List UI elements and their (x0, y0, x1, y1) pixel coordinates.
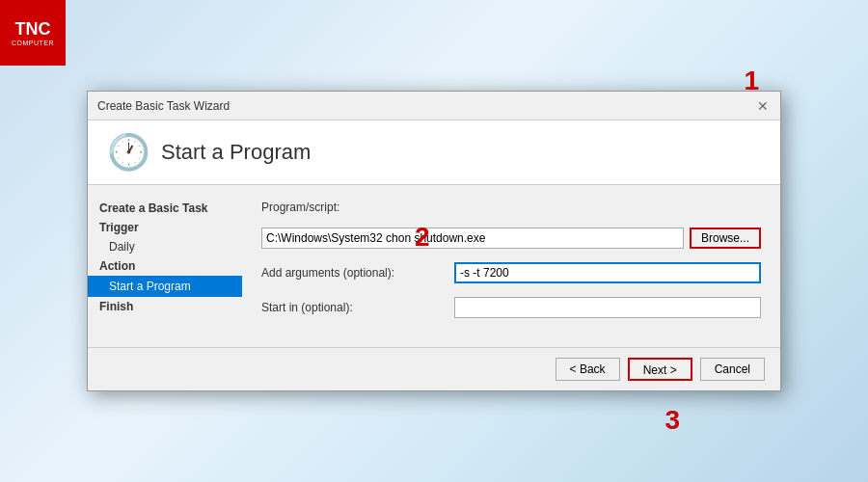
sidebar-item-start-a-program[interactable]: Start a Program (88, 276, 242, 297)
add-arguments-input[interactable] (454, 262, 761, 283)
dialog-window: Create Basic Task Wizard ✕ 🕐 Start a Pro… (87, 91, 781, 391)
start-in-label: Start in (optional): (261, 301, 445, 314)
sidebar-item-finish[interactable]: Finish (88, 297, 242, 316)
cancel-button[interactable]: Cancel (700, 358, 765, 381)
add-arguments-label: Add arguments (optional): (261, 266, 445, 280)
title-bar: Create Basic Task Wizard ✕ (88, 92, 780, 120)
dialog-footer: < Back Next > Cancel (88, 347, 780, 390)
header-icon: 🕐 (107, 132, 148, 173)
program-script-input[interactable] (261, 228, 684, 249)
title-bar-text: Create Basic Task Wizard (97, 99, 230, 113)
program-script-row: Program/script: (261, 201, 761, 214)
dialog-header: 🕐 Start a Program (88, 120, 780, 185)
next-button[interactable]: Next > (628, 358, 692, 381)
tnc-name: TNC (15, 20, 51, 38)
sidebar-item-trigger[interactable]: Trigger (88, 218, 242, 237)
sidebar: Create a Basic Task Trigger Daily Action… (88, 185, 242, 347)
tnc-sub: COMPUTER (12, 40, 54, 46)
header-title: Start a Program (161, 140, 311, 165)
annotation-3: 3 (665, 405, 680, 436)
sidebar-item-action[interactable]: Action (88, 256, 242, 276)
sidebar-item-create-basic-task[interactable]: Create a Basic Task (88, 199, 242, 218)
sidebar-item-daily[interactable]: Daily (88, 237, 242, 256)
main-content: Program/script: Browse... Add arguments … (242, 185, 780, 347)
clock-icon: 🕐 (107, 132, 150, 172)
close-button[interactable]: ✕ (755, 98, 771, 114)
dialog-body: Create a Basic Task Trigger Daily Action… (88, 185, 780, 347)
browse-button[interactable]: Browse... (690, 228, 761, 249)
start-in-input[interactable] (454, 297, 761, 318)
add-arguments-row: Add arguments (optional): (261, 262, 761, 283)
dialog: Create Basic Task Wizard ✕ 🕐 Start a Pro… (87, 91, 781, 391)
tnc-logo: TNC COMPUTER (0, 0, 66, 66)
back-button[interactable]: < Back (556, 358, 620, 381)
program-script-label: Program/script: (261, 201, 339, 214)
start-in-row: Start in (optional): (261, 297, 761, 318)
